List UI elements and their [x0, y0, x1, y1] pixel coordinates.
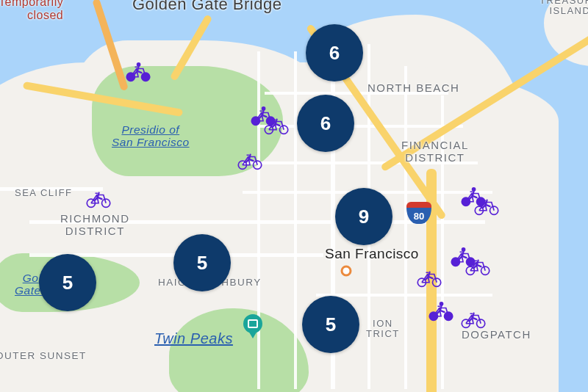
cluster-marker[interactable]: 6	[306, 24, 363, 81]
cluster-marker[interactable]: 6	[297, 95, 354, 152]
cluster-marker[interactable]: 5	[39, 254, 96, 311]
bike-marker[interactable]	[125, 61, 151, 83]
bike-marker[interactable]	[465, 255, 491, 277]
road	[441, 95, 444, 389]
cluster-marker[interactable]: 5	[173, 234, 231, 291]
bike-marker[interactable]	[263, 114, 290, 136]
cluster-marker[interactable]: 5	[302, 296, 359, 353]
interstate-number: 80	[406, 202, 431, 224]
road	[243, 161, 478, 164]
bike-marker[interactable]	[460, 308, 487, 330]
bike-marker[interactable]	[428, 300, 454, 322]
road	[404, 66, 407, 389]
interstate-shield: 80	[406, 202, 431, 224]
cluster-marker[interactable]: 9	[335, 188, 392, 245]
bridge-label: Golden Gate Bridge	[132, 0, 282, 13]
bike-marker[interactable]	[416, 266, 442, 288]
twin-peaks-pin[interactable]	[243, 314, 262, 339]
bike-marker[interactable]	[85, 187, 112, 209]
bike-marker[interactable]	[473, 195, 500, 217]
bike-marker[interactable]	[237, 149, 263, 171]
closure-label: Temporarily closed	[0, 0, 63, 23]
map-canvas[interactable]: Temporarily closed Golden Gate Bridge Pr…	[0, 0, 588, 392]
road	[316, 294, 492, 297]
city-center-dot	[341, 266, 352, 277]
